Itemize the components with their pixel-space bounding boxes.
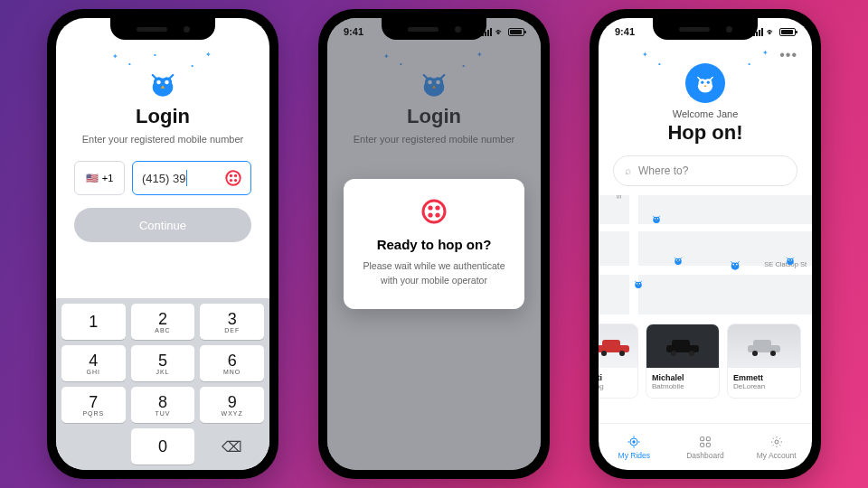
device-notch [653,18,758,40]
keypad-key-1[interactable]: 1 [61,304,126,340]
keypad-key-9[interactable]: 9WXYZ [200,387,264,423]
map-pin-current-icon[interactable] [729,258,741,273]
ride-card[interactable]: MichalelBatmobile [646,324,720,399]
gear-icon [769,435,784,449]
ride-card[interactable]: rtiing [599,324,638,399]
more-menu-icon[interactable]: ••• [779,47,797,63]
keypad-key-0[interactable]: 0 [131,428,195,465]
search-icon: ⌕ [625,164,631,177]
svg-rect-25 [701,443,704,446]
twilio-icon [421,199,447,224]
country-code-label: +1 [102,173,114,183]
backspace-icon: ⌫ [222,438,242,455]
tab-label: My Account [757,451,797,460]
modal-body: Please wait while we authenticate with y… [362,259,506,286]
svg-rect-26 [706,443,710,446]
wifi-icon: ᯤ [767,27,776,37]
tab-my-rides[interactable]: My Rides [599,424,670,470]
login-subtitle: Enter your registered mobile number [74,134,251,145]
map-pin-icon[interactable] [673,255,684,267]
keypad-key-5[interactable]: 5JKL [131,345,195,381]
numeric-keypad: 1 2ABC 3DEF 4GHI 5JKL 6MNO 7PQRS 8TUV 9W… [56,298,269,470]
home-headline: Hop on! [599,121,812,145]
device-notch [110,18,215,40]
dashboard-icon [698,435,712,449]
keypad-key-4[interactable]: 4GHI [61,345,126,381]
battery-icon [508,28,524,36]
map-view[interactable]: SE Main St SE Clatsop St [599,195,812,314]
country-flag-icon: 🇺🇸 [86,173,99,184]
text-caret [186,170,187,186]
auth-modal: Ready to hop on? Please wait while we au… [344,179,524,308]
street-label: SE Main St [615,195,623,199]
welcome-text: Welcome Jane [599,108,812,119]
sparkles-decoration: ✦•✦•• [108,51,217,67]
status-time: 9:41 [344,26,363,37]
phone-number-input[interactable]: (415) 39 [132,161,251,195]
map-pin-icon[interactable] [785,255,796,267]
modal-title: Ready to hop on? [362,237,506,252]
tab-my-account[interactable]: My Account [741,424,812,470]
ride-card[interactable]: EmmettDeLorean [727,324,801,399]
svg-point-27 [775,440,778,444]
mockup-phone-login: ✦•✦•• Login Enter your registered mobile… [47,9,278,479]
rides-carousel[interactable]: rtiing MichalelBatmobile EmmettDeLorean [599,314,812,399]
continue-button[interactable]: Continue [74,208,251,242]
phone-number-value: (415) 39 [142,172,185,185]
svg-point-22 [633,440,636,443]
login-title: Login [74,105,251,128]
ride-icon [627,435,641,449]
wifi-icon: ᯤ [495,27,505,37]
sparkles-decoration: ✦•✦• [642,47,769,63]
svg-rect-24 [706,436,710,440]
tab-dashboard[interactable]: Dashboard [670,424,741,470]
keypad-spacer [61,428,126,465]
mockup-phone-auth: 9:41 ᯤ ✦•✦• Login Enter your registered … [318,9,550,479]
search-placeholder: Where to? [638,164,688,177]
car-icon [599,334,631,358]
tab-label: My Rides [618,451,650,460]
keypad-key-8[interactable]: 8TUV [131,387,195,423]
keypad-key-6[interactable]: 6MNO [200,345,264,381]
map-pin-icon[interactable] [651,213,662,226]
country-code-selector[interactable]: 🇺🇸 +1 [74,161,125,195]
modal-overlay: Ready to hop on? Please wait while we au… [327,18,541,470]
svg-rect-23 [701,436,704,440]
keypad-key-7[interactable]: 7PQRS [61,387,126,423]
tab-bar: My Rides Dashboard My Account [599,423,812,470]
owl-logo [74,67,251,99]
car-icon [741,334,787,358]
mockup-phone-home: 9:41 ᯤ ••• ✦•✦• Welcome Jane Hop on! ⌕ W… [590,9,821,479]
device-notch [382,18,486,40]
owl-logo [599,63,812,103]
map-pin-icon[interactable] [633,278,644,291]
status-time: 9:41 [615,26,635,37]
keypad-backspace[interactable]: ⌫ [200,428,264,465]
destination-search-input[interactable]: ⌕ Where to? [613,155,797,186]
keypad-key-2[interactable]: 2ABC [131,304,195,340]
twilio-icon [225,170,241,186]
battery-icon [779,28,796,36]
keypad-key-3[interactable]: 3DEF [200,304,264,340]
car-icon [658,334,707,358]
tab-label: Dashboard [686,451,724,460]
